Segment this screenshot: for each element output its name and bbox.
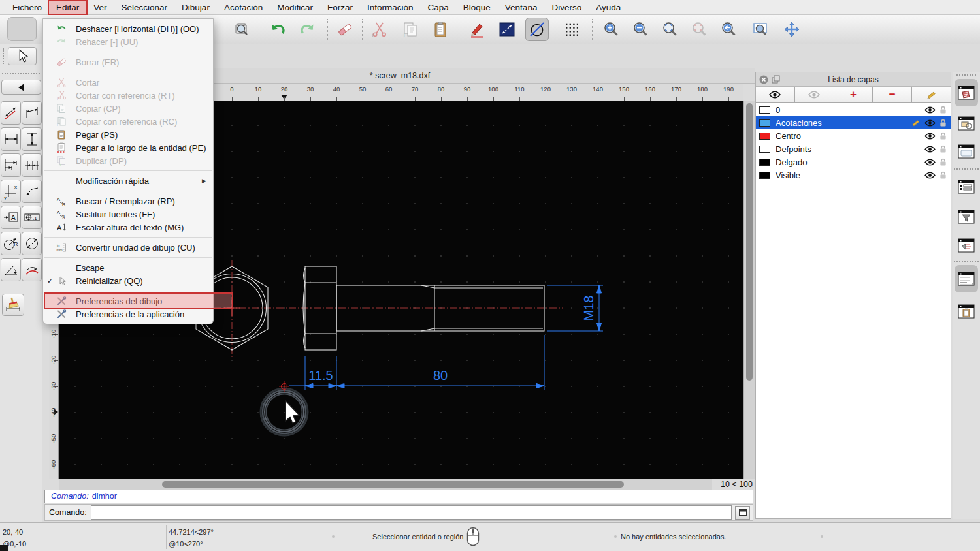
- layer-visibility-eye-icon[interactable]: [924, 146, 936, 153]
- block-list-widget-button[interactable]: [955, 110, 978, 137]
- edit-menu-item-reinicializar-qq[interactable]: ✓Reinicializar (QQ): [43, 274, 213, 287]
- layer-color-swatch[interactable]: [759, 133, 770, 140]
- layer-color-swatch[interactable]: [759, 159, 770, 166]
- edit-menu-item-pegar-ps[interactable]: Pegar (PS): [43, 128, 213, 141]
- edit-menu-item-modificaci-n-r-pida[interactable]: Modificación rápida▶: [43, 174, 213, 187]
- clipboard-widget-button[interactable]: [955, 298, 978, 325]
- edit-menu-item-escape[interactable]: Escape: [43, 261, 213, 274]
- select-tool-button[interactable]: [8, 47, 37, 65]
- command-line-widget-button[interactable]: [955, 265, 978, 292]
- show-all-layers-button[interactable]: [756, 87, 795, 102]
- dim-aligned-button[interactable]: [1, 101, 21, 125]
- menubar-item-ver[interactable]: Ver: [86, 1, 114, 14]
- vertical-scrollbar-thumb[interactable]: [746, 103, 753, 381]
- redo-button[interactable]: [295, 18, 319, 41]
- layer-lock-icon[interactable]: [939, 171, 947, 180]
- layer-visibility-eye-icon[interactable]: [924, 172, 936, 179]
- selection-filter-widget-button[interactable]: [955, 203, 978, 230]
- cut-button[interactable]: +: [368, 18, 391, 41]
- edit-menu-item-deshacer-horizontal-dh-oo[interactable]: Deshacer [Horizontal (DH)] (OO): [43, 22, 213, 35]
- print-preview-button[interactable]: [230, 18, 253, 41]
- dim-horizontal-button[interactable]: [1, 127, 21, 151]
- paste-button[interactable]: [429, 18, 452, 41]
- dim-continue-button[interactable]: [22, 153, 42, 177]
- layer-color-swatch[interactable]: [759, 146, 770, 153]
- layer-lock-icon[interactable]: [939, 145, 947, 153]
- menubar-item-fichero[interactable]: Fichero: [5, 1, 49, 14]
- dim-label-button[interactable]: A: [1, 206, 21, 229]
- dim-angular-button[interactable]: [1, 258, 21, 281]
- layer-visibility-eye-icon[interactable]: [924, 106, 936, 114]
- hide-all-layers-button[interactable]: [795, 87, 834, 102]
- layer-row-centro[interactable]: Centro: [756, 129, 951, 142]
- dim-baseline-button[interactable]: [1, 153, 21, 177]
- layer-lock-icon[interactable]: [939, 119, 947, 127]
- layer-row-0[interactable]: 0: [756, 103, 951, 116]
- edit-menu-item-convertir-unidad-de-dibujo-cu[interactable]: inmmConvertir unidad de dibujo (CU): [43, 241, 213, 254]
- menubar-item-seleccionar[interactable]: Seleccionar: [114, 1, 175, 14]
- entity-list-widget-button[interactable]: [955, 173, 978, 200]
- layer-color-swatch[interactable]: [759, 172, 770, 179]
- edit-menu-item-buscar-reemplazar-rp[interactable]: ABBuscar / Reemplazar (RP): [43, 195, 213, 208]
- layer-row-visible[interactable]: Visible: [756, 168, 951, 181]
- layer-list-widget-button[interactable]: [955, 79, 978, 106]
- dim-vertical-button[interactable]: [22, 127, 42, 151]
- grid-toggle-button[interactable]: [559, 18, 583, 41]
- dim-diametric-button[interactable]: [22, 232, 42, 255]
- layer-visibility-eye-icon[interactable]: [924, 119, 936, 127]
- edit-menu-item-pegar-a-lo-largo-de-la-entidad-pe[interactable]: Pegar a lo largo de la entidad (PE): [43, 141, 213, 154]
- toolbar-button-stub[interactable]: [7, 17, 37, 41]
- menubar-item-bloque[interactable]: Bloque: [456, 1, 498, 14]
- dim-tolerance-button[interactable]: .1: [22, 206, 42, 229]
- draw-order-pen-button[interactable]: [465, 18, 489, 41]
- horizontal-scrollbar[interactable]: [59, 479, 712, 490]
- dim-ordinate-button[interactable]: xy: [1, 180, 21, 203]
- dim-linear-button[interactable]: [22, 101, 42, 125]
- layer-lock-icon[interactable]: [939, 158, 947, 166]
- copy-button[interactable]: +: [399, 18, 422, 41]
- zoom-pan-button[interactable]: [780, 18, 804, 41]
- delete-button[interactable]: [333, 18, 357, 41]
- edit-menu-item-escalar-altura-del-texto-mg[interactable]: AEscalar altura del texto (MG): [43, 221, 213, 234]
- layer-row-delgado[interactable]: Delgado: [756, 155, 951, 168]
- library-browser-widget-button[interactable]: [955, 138, 978, 165]
- circle-tool-button-active[interactable]: [525, 18, 549, 41]
- command-echo-widget-button[interactable]: [955, 232, 978, 259]
- menubar-item-informaci-n[interactable]: Información: [360, 1, 421, 14]
- dim-leader-button[interactable]: [22, 180, 42, 203]
- menubar-item-diverso[interactable]: Diverso: [544, 1, 589, 14]
- vertical-scrollbar[interactable]: [743, 101, 755, 479]
- layer-row-defpoints[interactable]: Defpoints: [756, 142, 951, 155]
- dimension-style-button[interactable]: [495, 18, 519, 41]
- layer-visibility-eye-icon[interactable]: [924, 133, 936, 140]
- add-layer-button[interactable]: +: [834, 87, 874, 102]
- layer-color-swatch[interactable]: [759, 119, 770, 127]
- dock-drag-handle[interactable]: [956, 74, 976, 76]
- layer-visibility-eye-icon[interactable]: [924, 159, 936, 166]
- zoom-window-button[interactable]: [749, 18, 772, 41]
- layer-lock-icon[interactable]: [939, 106, 947, 114]
- menubar-item-editar[interactable]: Editar: [49, 1, 86, 14]
- dim-radial-button[interactable]: R: [1, 232, 21, 255]
- horizontal-scrollbar-thumb[interactable]: [162, 481, 624, 488]
- undo-button[interactable]: [267, 18, 290, 41]
- zoom-redraw-button[interactable]: [717, 18, 741, 41]
- menubar-item-ayuda[interactable]: Ayuda: [589, 1, 628, 14]
- layer-row-acotaciones[interactable]: Acotaciones: [756, 116, 951, 129]
- menubar-item-dibujar[interactable]: Dibujar: [174, 1, 217, 14]
- layer-lock-icon[interactable]: [939, 132, 947, 140]
- layer-edit-pencil-icon[interactable]: [911, 118, 921, 127]
- menubar-item-modificar[interactable]: Modificar: [270, 1, 320, 14]
- layer-color-swatch[interactable]: [759, 106, 770, 114]
- remove-layer-button[interactable]: −: [873, 87, 912, 102]
- edit-menu-item-sustituir-fuentes-ff[interactable]: AASustituir fuentes (FF): [43, 208, 213, 221]
- edit-menu-item-preferencias-del-dibujo[interactable]: Preferencias del dibujo: [43, 294, 213, 307]
- menubar-item-ventana[interactable]: Ventana: [498, 1, 545, 14]
- palette-drag-handle[interactable]: [3, 48, 4, 64]
- zoom-in-button[interactable]: [600, 18, 623, 41]
- command-input[interactable]: [91, 505, 732, 520]
- menubar-item-capa[interactable]: Capa: [421, 1, 456, 14]
- palette-back-button[interactable]: [1, 80, 41, 95]
- menubar-item-forzar[interactable]: Forzar: [320, 1, 360, 14]
- dim-regenerate-button[interactable]: [2, 294, 24, 316]
